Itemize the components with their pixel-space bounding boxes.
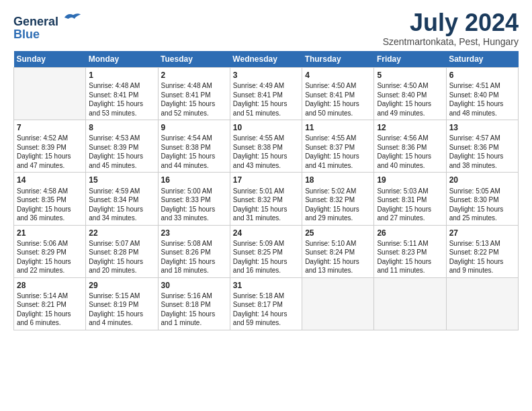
calendar-cell: 3Sunrise: 4:49 AMSunset: 8:41 PMDaylight… <box>230 68 302 120</box>
calendar-cell: 11Sunrise: 4:55 AMSunset: 8:37 PMDayligh… <box>302 120 374 173</box>
daylight-text: Daylight: 15 hours and 1 minute. <box>161 310 227 328</box>
day-number: 13 <box>449 122 515 133</box>
calendar-cell <box>374 277 446 330</box>
sunrise-text: Sunrise: 4:56 AM <box>377 134 443 143</box>
calendar-cell: 17Sunrise: 5:01 AMSunset: 8:32 PMDayligh… <box>230 173 302 225</box>
page-container: General Blue July 2024 Szentmartonkata, … <box>0 0 532 337</box>
calendar-cell: 18Sunrise: 5:02 AMSunset: 8:32 PMDayligh… <box>302 173 374 225</box>
calendar-cell: 16Sunrise: 5:00 AMSunset: 8:33 PMDayligh… <box>158 173 230 225</box>
sunset-text: Sunset: 8:32 PM <box>305 195 371 205</box>
calendar-week-row: 1Sunrise: 4:48 AMSunset: 8:41 PMDaylight… <box>14 68 519 120</box>
daylight-text: Daylight: 15 hours and 11 minutes. <box>377 257 443 275</box>
day-number: 11 <box>305 122 371 133</box>
sunset-text: Sunset: 8:34 PM <box>89 195 154 205</box>
calendar-cell: 28Sunrise: 5:14 AMSunset: 8:21 PMDayligh… <box>14 277 86 330</box>
daylight-text: Daylight: 15 hours and 41 minutes. <box>305 152 371 170</box>
daylight-text: Daylight: 15 hours and 20 minutes. <box>89 257 154 275</box>
col-sunday: Sunday <box>14 51 86 68</box>
day-number: 18 <box>305 175 371 185</box>
sunset-text: Sunset: 8:38 PM <box>233 143 299 152</box>
sunset-text: Sunset: 8:41 PM <box>161 91 227 100</box>
sunrise-text: Sunrise: 4:55 AM <box>233 134 299 143</box>
day-number: 17 <box>233 175 299 185</box>
day-number: 30 <box>161 280 227 291</box>
day-number: 19 <box>377 175 443 185</box>
sunrise-text: Sunrise: 4:48 AM <box>89 81 154 91</box>
calendar-cell: 10Sunrise: 4:55 AMSunset: 8:38 PMDayligh… <box>230 120 302 173</box>
calendar-cell: 24Sunrise: 5:09 AMSunset: 8:25 PMDayligh… <box>230 225 302 277</box>
sunset-text: Sunset: 8:31 PM <box>377 195 443 205</box>
sunrise-text: Sunrise: 5:03 AM <box>377 187 443 196</box>
daylight-text: Daylight: 15 hours and 47 minutes. <box>17 152 83 170</box>
calendar-cell: 31Sunrise: 5:18 AMSunset: 8:17 PMDayligh… <box>230 277 302 330</box>
sunset-text: Sunset: 8:40 PM <box>449 91 515 100</box>
day-number: 27 <box>449 228 515 238</box>
day-number: 21 <box>17 228 83 238</box>
day-number: 20 <box>449 175 515 185</box>
daylight-text: Daylight: 15 hours and 31 minutes. <box>233 205 299 223</box>
sunrise-text: Sunrise: 4:53 AM <box>89 134 154 143</box>
sunrise-text: Sunrise: 5:13 AM <box>449 239 515 248</box>
sunset-text: Sunset: 8:32 PM <box>233 195 299 205</box>
daylight-text: Daylight: 15 hours and 51 minutes. <box>233 99 299 118</box>
sunrise-text: Sunrise: 5:16 AM <box>161 291 227 301</box>
title-block: July 2024 Szentmartonkata, Pest, Hungary <box>383 11 519 47</box>
daylight-text: Daylight: 15 hours and 22 minutes. <box>17 257 83 275</box>
location-subtitle: Szentmartonkata, Pest, Hungary <box>383 36 519 47</box>
sunrise-text: Sunrise: 5:15 AM <box>89 291 154 301</box>
day-number: 23 <box>161 228 227 238</box>
col-friday: Friday <box>374 51 446 68</box>
sunset-text: Sunset: 8:35 PM <box>17 195 83 205</box>
day-number: 15 <box>89 175 154 185</box>
sunrise-text: Sunrise: 5:01 AM <box>233 187 299 196</box>
sunrise-text: Sunrise: 4:57 AM <box>449 134 515 143</box>
sunset-text: Sunset: 8:30 PM <box>449 195 515 205</box>
calendar-cell: 7Sunrise: 4:52 AMSunset: 8:39 PMDaylight… <box>14 120 86 173</box>
sunset-text: Sunset: 8:18 PM <box>161 300 227 310</box>
daylight-text: Daylight: 15 hours and 38 minutes. <box>449 152 515 170</box>
daylight-text: Daylight: 15 hours and 18 minutes. <box>161 257 227 275</box>
sunset-text: Sunset: 8:23 PM <box>377 248 443 257</box>
daylight-text: Daylight: 15 hours and 45 minutes. <box>89 152 154 170</box>
sunset-text: Sunset: 8:36 PM <box>449 143 515 152</box>
daylight-text: Daylight: 15 hours and 50 minutes. <box>305 99 371 118</box>
calendar-cell: 13Sunrise: 4:57 AMSunset: 8:36 PMDayligh… <box>446 120 518 173</box>
day-number: 24 <box>233 228 299 238</box>
calendar-cell: 1Sunrise: 4:48 AMSunset: 8:41 PMDaylight… <box>86 68 158 120</box>
day-number: 9 <box>161 122 227 133</box>
col-saturday: Saturday <box>446 51 518 68</box>
day-number: 25 <box>305 228 371 238</box>
calendar-cell <box>446 277 518 330</box>
sunset-text: Sunset: 8:24 PM <box>305 248 371 257</box>
day-number: 2 <box>161 70 227 81</box>
sunrise-text: Sunrise: 5:10 AM <box>305 239 371 248</box>
sunset-text: Sunset: 8:29 PM <box>17 248 83 257</box>
sunrise-text: Sunrise: 4:50 AM <box>305 81 371 91</box>
day-number: 29 <box>89 280 154 291</box>
logo-blue: Blue <box>13 28 82 42</box>
day-number: 26 <box>377 228 443 238</box>
day-number: 1 <box>89 70 154 81</box>
sunrise-text: Sunrise: 4:50 AM <box>377 81 443 91</box>
day-number: 22 <box>89 228 154 238</box>
calendar-cell <box>14 68 86 120</box>
sunset-text: Sunset: 8:28 PM <box>89 248 154 257</box>
sunset-text: Sunset: 8:39 PM <box>89 143 154 152</box>
calendar-week-row: 21Sunrise: 5:06 AMSunset: 8:29 PMDayligh… <box>14 225 519 277</box>
sunrise-text: Sunrise: 5:14 AM <box>17 291 83 301</box>
sunrise-text: Sunrise: 5:18 AM <box>233 291 299 301</box>
daylight-text: Daylight: 15 hours and 25 minutes. <box>449 205 515 223</box>
calendar-header-row: Sunday Monday Tuesday Wednesday Thursday… <box>14 51 519 68</box>
logo-text: General <box>13 11 82 29</box>
calendar-week-row: 7Sunrise: 4:52 AMSunset: 8:39 PMDaylight… <box>14 120 519 173</box>
month-title: July 2024 <box>383 11 519 35</box>
daylight-text: Daylight: 15 hours and 48 minutes. <box>449 99 515 118</box>
calendar-week-row: 28Sunrise: 5:14 AMSunset: 8:21 PMDayligh… <box>14 277 519 330</box>
calendar-cell <box>302 277 374 330</box>
sunset-text: Sunset: 8:36 PM <box>377 143 443 152</box>
day-number: 5 <box>377 70 443 81</box>
sunrise-text: Sunrise: 5:09 AM <box>233 239 299 248</box>
calendar-cell: 23Sunrise: 5:08 AMSunset: 8:26 PMDayligh… <box>158 225 230 277</box>
daylight-text: Daylight: 14 hours and 59 minutes. <box>233 310 299 328</box>
sunset-text: Sunset: 8:21 PM <box>17 300 83 310</box>
